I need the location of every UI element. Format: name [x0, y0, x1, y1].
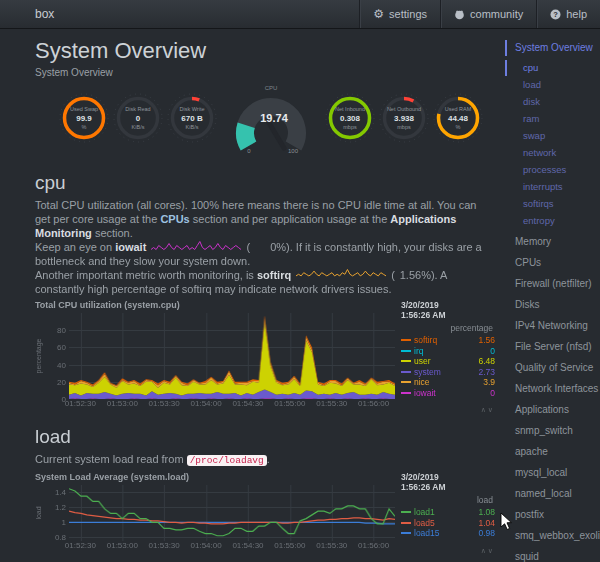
legend-label: load5	[414, 518, 435, 529]
sidebar-item-network-interfaces[interactable]: Network Interfaces	[505, 381, 600, 397]
legend-item-user[interactable]: user6.48	[401, 356, 495, 367]
y-tick: 1.2	[55, 503, 66, 512]
legend-label: load15	[414, 528, 440, 539]
sidebar-item-postfix[interactable]: postfix	[505, 507, 600, 523]
chart-date: 3/20/2019	[401, 300, 495, 310]
x-tick: 01:54:30	[232, 541, 263, 550]
x-tick: 01:54:00	[191, 541, 222, 550]
sidebar-item-firewall-netfilter-[interactable]: Firewall (netfilter)	[505, 276, 600, 292]
svg-text:Net Outbound: Net Outbound	[387, 106, 421, 112]
svg-text:Disk Write: Disk Write	[180, 106, 205, 112]
svg-text:3.938: 3.938	[394, 114, 415, 123]
x-tick: 01:53:00	[107, 399, 138, 408]
legend-item-system[interactable]: system2.73	[401, 367, 495, 378]
sidebar-item-swap[interactable]: swap	[505, 128, 600, 144]
y-tick: 60	[57, 343, 66, 352]
sidebar-item-network[interactable]: network	[505, 145, 600, 161]
legend-item-load5[interactable]: load51.04	[401, 518, 495, 529]
legend-item-iowait[interactable]: iowait0	[401, 388, 495, 399]
chart-date: 3/20/2019	[401, 472, 495, 482]
cpu-chart-yticks: 020406080	[45, 313, 69, 399]
legend-swatch	[401, 511, 411, 513]
legend-resize-handle[interactable]: ∧∨	[401, 547, 495, 555]
x-tick: 01:53:00	[107, 541, 138, 550]
gear-icon: ⚙	[373, 8, 384, 20]
sidebar-item-memory[interactable]: Memory	[505, 234, 600, 250]
gauge-net-inbound[interactable]: Net Inbound0.308mbps	[323, 89, 377, 155]
help-icon: ?	[550, 9, 561, 20]
legend-swatch	[401, 360, 411, 362]
legend-value: 0.98	[478, 528, 495, 539]
sidebar-item-cpus[interactable]: CPUs	[505, 255, 600, 271]
legend-swatch	[401, 350, 411, 352]
gauge-disk-write[interactable]: Disk Write670 BKiB/s	[165, 89, 219, 155]
cpus-link[interactable]: CPUs	[160, 213, 189, 225]
x-tick: 01:52:30	[65, 399, 96, 408]
legend-units: percentage	[401, 323, 493, 333]
x-tick: 01:54:30	[232, 399, 263, 408]
sidebar-item-mysql-local[interactable]: mysql_local	[505, 465, 600, 481]
sidebar-item-processes[interactable]: processes	[505, 162, 600, 178]
sidebar-item-softirqs[interactable]: softirqs	[505, 196, 600, 212]
legend-item-nice[interactable]: nice3.9	[401, 377, 495, 388]
iowait-sparkline[interactable]	[150, 240, 242, 251]
x-tick: 01:55:30	[316, 399, 347, 408]
y-tick: 1	[62, 518, 66, 527]
svg-text:0.308: 0.308	[340, 114, 361, 123]
load-chart-title: System Load Average (system.load)	[35, 472, 395, 485]
load-chart: System Load Average (system.load) load 0…	[35, 472, 495, 555]
gauge-cpu[interactable]: CPU19.740100	[221, 85, 321, 159]
sidebar-item-smq-webbox-exoliks[interactable]: smq_webbox_exoliks	[505, 528, 600, 544]
cpu-chart: Total CPU utilization (system.cpu) perce…	[35, 300, 495, 414]
load-chart-canvas[interactable]	[69, 485, 395, 541]
legend-value: 6.48	[478, 356, 495, 367]
sidebar-item-cpu[interactable]: cpu	[505, 60, 600, 76]
gauge-used-ram[interactable]: Used RAM44.48%	[431, 89, 485, 155]
community-button[interactable]: community	[440, 0, 536, 28]
load-chart-xticks: 01:52:3001:53:0001:53:3001:54:0001:54:30…	[69, 541, 395, 552]
help-button[interactable]: ? help	[536, 0, 600, 28]
x-tick: 01:55:30	[316, 541, 347, 550]
sidebar-item-entropy[interactable]: entropy	[505, 213, 600, 229]
legend-item-load1[interactable]: load11.08	[401, 507, 495, 518]
y-tick: 1.4	[55, 488, 66, 497]
sidebar-item-load[interactable]: load	[505, 77, 600, 93]
sidebar-item-ram[interactable]: ram	[505, 111, 600, 127]
svg-text:670 B: 670 B	[181, 114, 203, 123]
right-nav-sidebar: System Overviewcpuloaddiskramswapnetwork…	[505, 28, 600, 562]
cpu-chart-xticks: 01:52:3001:53:0001:53:3001:54:0001:54:30…	[69, 399, 395, 410]
cpu-section: cpu Total CPU utilization (all cores). 1…	[35, 172, 505, 414]
sidebar-item-interrupts[interactable]: interrupts	[505, 179, 600, 195]
sidebar-item-apache[interactable]: apache	[505, 444, 600, 460]
legend-label: iowait	[414, 388, 436, 399]
legend-item-load15[interactable]: load150.98	[401, 528, 495, 539]
legend-swatch	[401, 381, 411, 383]
legend-resize-handle[interactable]: ∧∨	[401, 406, 495, 414]
gauge-used-swap[interactable]: Used Swap99.9%	[57, 89, 111, 155]
gauge-disk-read[interactable]: Disk Read0KiB/s	[111, 89, 165, 155]
x-tick: 01:54:00	[191, 399, 222, 408]
svg-text:99.9: 99.9	[76, 114, 92, 123]
sidebar-item-file-server-nfsd-[interactable]: File Server (nfsd)	[505, 339, 600, 355]
page-title: System Overview	[35, 38, 505, 64]
legend-item-irq[interactable]: irq0	[401, 346, 495, 357]
softirq-sparkline[interactable]	[295, 268, 387, 279]
legend-item-softirq[interactable]: softirq1.56	[401, 335, 495, 346]
sidebar-item-applications[interactable]: Applications	[505, 402, 600, 418]
sidebar-item-ipv4-networking[interactable]: IPv4 Networking	[505, 318, 600, 334]
sidebar-item-quality-of-service[interactable]: Quality of Service	[505, 360, 600, 376]
settings-button[interactable]: ⚙ settings	[359, 0, 440, 28]
sidebar-item-named-local[interactable]: named_local	[505, 486, 600, 502]
sidebar-item-system-overview[interactable]: System Overview	[505, 40, 600, 56]
cpu-chart-canvas[interactable]	[69, 313, 395, 399]
legend-value: 0	[490, 388, 495, 399]
load-chart-legend: 3/20/2019 1:56:26 AM load load11.08load5…	[395, 472, 495, 555]
legend-label: irq	[414, 346, 423, 357]
legend-label: nice	[414, 377, 430, 388]
sidebar-item-squid[interactable]: squid	[505, 549, 600, 562]
gauge-net-outbound[interactable]: Net Outbound3.938mbps	[377, 89, 431, 155]
sidebar-item-disks[interactable]: Disks	[505, 297, 600, 313]
legend-swatch	[401, 392, 411, 394]
sidebar-item-snmp-switch[interactable]: snmp_switch	[505, 423, 600, 439]
sidebar-item-disk[interactable]: disk	[505, 94, 600, 110]
